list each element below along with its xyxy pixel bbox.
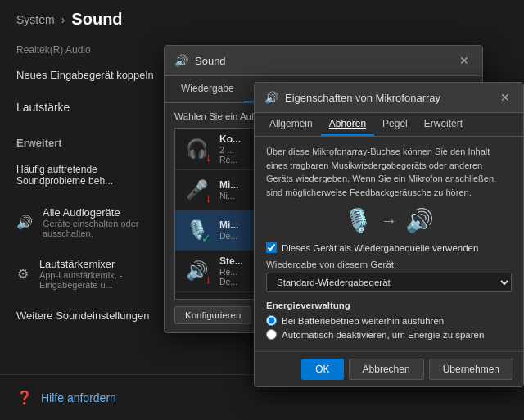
lautstaerkemixer-label: Lautstärkemixer	[39, 258, 164, 270]
status-down-4: ↓	[206, 273, 211, 286]
alle-audiogeraete-desc: Geräte einschalten oder ausschalten,	[43, 219, 164, 238]
mixer-icon: ⚙	[16, 266, 29, 282]
sound-dialog-icon: 🔊	[174, 54, 188, 67]
checkbox-row: Dieses Gerät als Wiedergabequelle verwen…	[266, 242, 512, 253]
checkbox-label[interactable]: Dieses Gerät als Wiedergabequelle verwen…	[282, 243, 478, 253]
status-down-2: ↓	[206, 192, 211, 205]
props-dialog-header: 🔊 Eigenschaften von Mikrofonarray ✕	[255, 83, 523, 113]
breadcrumb-chevron: ›	[61, 13, 66, 26]
weitere-item[interactable]: Weitere Soundeinstellungen	[0, 300, 180, 332]
radio-row-1: Bei Batteriebetrieb weiterhin ausführen	[266, 315, 512, 326]
neues-eingabegeraet-item[interactable]: Neues Eingabegerät koppeln	[0, 59, 180, 91]
system-breadcrumb[interactable]: System	[16, 13, 55, 26]
tab-wiedergabe[interactable]: Wiedergabe	[171, 76, 244, 102]
props-dialog-tabs: Allgemein Abhören Pegel Erweitert	[255, 113, 523, 137]
configure-button[interactable]: Konfigurieren	[174, 306, 251, 324]
realtek-label: Realtek(R) Audio	[0, 41, 180, 59]
status-down-1: ↓	[206, 151, 211, 164]
props-dialog-close[interactable]: ✕	[497, 89, 513, 106]
props-dialog: 🔊 Eigenschaften von Mikrofonarray ✕ Allg…	[254, 82, 524, 387]
dropdown-label: Wiedergabe von diesem Gerät:	[266, 260, 512, 269]
erweitert-section: Erweitert	[0, 124, 180, 154]
sidebar: Realtek(R) Audio Neues Eingabegerät kopp…	[0, 41, 180, 332]
props-title-row: 🔊 Eigenschaften von Mikrofonarray	[264, 91, 440, 104]
speaker-visual-icon: 🔊	[405, 207, 434, 234]
weitere-label: Weitere Soundeinstellungen	[16, 309, 149, 322]
status-check-3: ✓	[201, 232, 211, 245]
sound-dialog-header: 🔊 Sound ✕	[165, 46, 482, 76]
props-description: Über diese Mikrofonarray-Buchse können S…	[266, 145, 512, 199]
use-as-source-checkbox[interactable]	[266, 242, 277, 253]
main-panel: System › Sound Realtek(R) Audio Neues Ei…	[0, 0, 524, 420]
mic-visual-icon: 🎙️	[344, 207, 373, 234]
radio-row-2: Automatisch deaktivieren, um Energie zu …	[266, 329, 512, 340]
arrow-icon: →	[381, 211, 397, 230]
props-tab-erweitert[interactable]: Erweitert	[416, 113, 471, 136]
haeufig-label: Häufig auftretende Soundprobleme beh...	[16, 164, 164, 187]
lautstaerkemixer-desc: App-Lautstärkemix, -Eingabegeräte u...	[39, 270, 164, 290]
energy-title: Energieverwaltung	[266, 300, 512, 310]
props-dialog-icon: 🔊	[264, 91, 278, 104]
props-tab-allgemein[interactable]: Allgemein	[261, 113, 321, 136]
playback-device-dropdown[interactable]: Standard-Wiedergabegerät	[266, 273, 512, 292]
props-tab-abhoeren[interactable]: Abhören	[321, 113, 374, 136]
props-tab-pegel[interactable]: Pegel	[374, 113, 416, 136]
device-icon-2: 🎤 ↓	[182, 175, 211, 205]
alle-audiogeraete-info: Alle Audiogeräte Geräte einschalten oder…	[43, 206, 164, 238]
hilfe-label: Hilfe anfordern	[41, 391, 116, 404]
abbrechen-button[interactable]: Abbrechen	[349, 359, 424, 380]
ok-button[interactable]: OK	[301, 359, 343, 380]
sound-dialog-title: Sound	[195, 55, 226, 67]
device-icon-3: 🎙️ ✓	[182, 215, 211, 245]
device-icon-1: 🎧 ↓	[182, 134, 211, 164]
radio-batterie-label[interactable]: Bei Batteriebetrieb weiterhin ausführen	[282, 316, 444, 326]
props-dialog-title: Eigenschaften von Mikrofonarray	[285, 92, 440, 104]
sound-title-row: 🔊 Sound	[174, 54, 226, 67]
lautstaerke-item[interactable]: Lautstärke	[0, 91, 180, 124]
page-title: Sound	[71, 10, 122, 29]
props-content: Über diese Mikrofonarray-Buchse können S…	[255, 137, 523, 351]
device-icon-5: 🎧 ↓	[182, 298, 211, 300]
radio-auto-label[interactable]: Automatisch deaktivieren, um Energie zu …	[282, 330, 484, 340]
help-icon: ❓	[16, 390, 33, 405]
lautstaerkemixer-item[interactable]: ⚙ Lautstärkemixer App-Lautstärkemix, -Ei…	[0, 248, 180, 300]
speaker-icon: 🔊	[16, 215, 33, 231]
lautstaerkemixer-info: Lautstärkemixer App-Lautstärkemix, -Eing…	[39, 258, 164, 290]
alle-audiogeraete-label: Alle Audiogeräte	[43, 206, 164, 219]
radio-batterie[interactable]	[266, 315, 277, 326]
playback-visual: 🎙️ → 🔊	[266, 207, 512, 234]
lautstaerke-label: Lautstärke	[16, 101, 70, 114]
alle-audiogeraete-item[interactable]: 🔊 Alle Audiogeräte Geräte einschalten od…	[0, 196, 180, 248]
sound-dialog-close[interactable]: ✕	[456, 52, 472, 69]
radio-auto[interactable]	[266, 329, 277, 340]
page-header: System › Sound	[0, 0, 524, 38]
uebernehmen-button[interactable]: Übernehmen	[429, 359, 513, 380]
neues-eingabegeraet-label: Neues Eingabegerät koppeln	[16, 69, 154, 81]
haeufig-item[interactable]: Häufig auftretende Soundprobleme beh...	[0, 154, 180, 196]
device-icon-4: 🔊 ↓	[182, 256, 211, 286]
props-footer: OK Abbrechen Übernehmen	[255, 351, 523, 386]
hilfe-item[interactable]: ❓ Hilfe anfordern	[16, 383, 508, 412]
